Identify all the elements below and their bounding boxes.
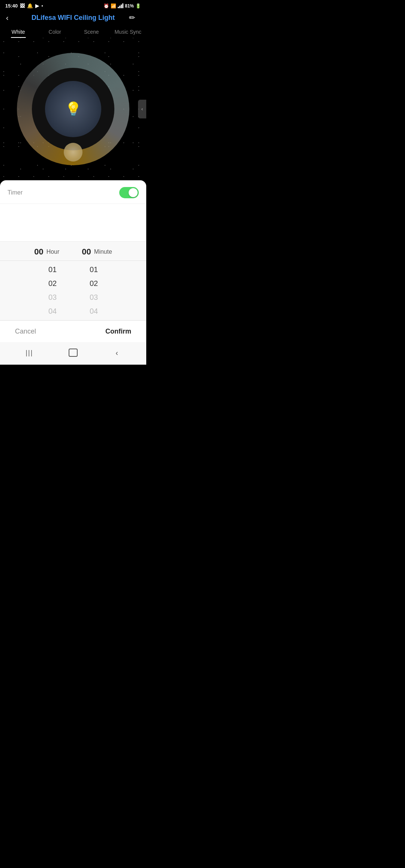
photo-icon: 🖼 bbox=[20, 3, 25, 9]
home-icon bbox=[69, 349, 78, 357]
brightness-dial[interactable]: 💡 bbox=[17, 53, 129, 165]
main-control: ‹ 💡 bbox=[0, 38, 146, 180]
timer-toggle[interactable] bbox=[119, 187, 139, 198]
menu-icon: ||| bbox=[26, 349, 33, 357]
status-bar: 15:40 🖼 🔔 ▶ ● ⏰ 📶 81% 🔋 bbox=[0, 0, 146, 10]
timer-label: Timer bbox=[8, 189, 22, 196]
hour-03[interactable]: 03 bbox=[48, 292, 57, 303]
hour-04[interactable]: 04 bbox=[48, 305, 57, 317]
edit-button[interactable]: ✏ bbox=[129, 13, 140, 22]
battery-percent: 81% bbox=[125, 3, 134, 9]
hour-01[interactable]: 01 bbox=[48, 264, 57, 275]
wifi-icon: 📶 bbox=[111, 3, 116, 9]
page-title: DLifesa WIFI Ceiling Light bbox=[17, 14, 129, 22]
back-nav-icon: ‹ bbox=[116, 349, 118, 357]
alarm-icon: ⏰ bbox=[104, 3, 109, 9]
dot-icon: ● bbox=[41, 4, 43, 7]
time-picker[interactable]: 00 Hour 00 Minute 01 02 03 04 01 02 03 0… bbox=[0, 241, 146, 320]
bottom-actions: Cancel Confirm bbox=[0, 320, 146, 342]
tab-color[interactable]: Color bbox=[37, 25, 74, 38]
nav-home-button[interactable] bbox=[64, 347, 82, 359]
tab-white[interactable]: White bbox=[0, 25, 37, 38]
timer-row: Timer bbox=[0, 180, 146, 204]
timer-spacer bbox=[0, 204, 146, 241]
chevron-left-icon: ‹ bbox=[141, 106, 143, 112]
bottom-sheet: Timer 00 Hour 00 Minute 01 02 03 04 bbox=[0, 180, 146, 365]
battery-icon: 🔋 bbox=[135, 3, 141, 9]
minute-column[interactable]: 01 02 03 04 bbox=[84, 264, 103, 317]
back-button[interactable]: ‹ bbox=[6, 13, 17, 22]
status-left: 15:40 🖼 🔔 ▶ ● bbox=[5, 3, 43, 9]
minute-02[interactable]: 02 bbox=[90, 278, 98, 289]
picker-header: 00 Hour 00 Minute bbox=[0, 242, 146, 261]
selected-hour: 00 bbox=[34, 247, 43, 257]
dial-inner-circle[interactable]: 💡 bbox=[45, 81, 101, 137]
signal-bars bbox=[118, 3, 123, 8]
navigation-bar: ||| ‹ bbox=[0, 342, 146, 365]
nav-menu-button[interactable]: ||| bbox=[20, 347, 39, 359]
minute-unit: Minute bbox=[94, 248, 112, 255]
side-toggle-button[interactable]: ‹ bbox=[138, 100, 146, 118]
bulb-icon: 💡 bbox=[65, 101, 82, 117]
cancel-button[interactable]: Cancel bbox=[15, 328, 36, 335]
tab-music-sync[interactable]: Music Sync bbox=[110, 25, 147, 38]
minute-01[interactable]: 01 bbox=[90, 264, 98, 275]
hour-unit: Hour bbox=[46, 248, 60, 255]
hour-column[interactable]: 01 02 03 04 bbox=[43, 264, 62, 317]
tab-scene[interactable]: Scene bbox=[73, 25, 110, 38]
toggle-knob bbox=[129, 188, 138, 197]
minute-header: 00 Minute bbox=[82, 247, 112, 257]
notification-icon: 🔔 bbox=[27, 3, 33, 9]
hour-02[interactable]: 02 bbox=[48, 278, 57, 289]
youtube-icon: ▶ bbox=[35, 3, 39, 9]
hour-header: 00 Hour bbox=[34, 247, 59, 257]
minute-03[interactable]: 03 bbox=[90, 292, 98, 303]
nav-back-button[interactable]: ‹ bbox=[108, 347, 126, 359]
picker-rows: 01 02 03 04 01 02 03 04 bbox=[0, 261, 146, 320]
confirm-button[interactable]: Confirm bbox=[105, 328, 131, 335]
tabs: White Color Scene Music Sync bbox=[0, 25, 146, 38]
time: 15:40 bbox=[5, 3, 18, 9]
minute-04[interactable]: 04 bbox=[90, 305, 98, 317]
dial-handle[interactable] bbox=[64, 143, 82, 162]
header: ‹ DLifesa WIFI Ceiling Light ✏ bbox=[0, 10, 146, 25]
selected-minute: 00 bbox=[82, 247, 91, 257]
status-right: ⏰ 📶 81% 🔋 bbox=[104, 3, 141, 9]
